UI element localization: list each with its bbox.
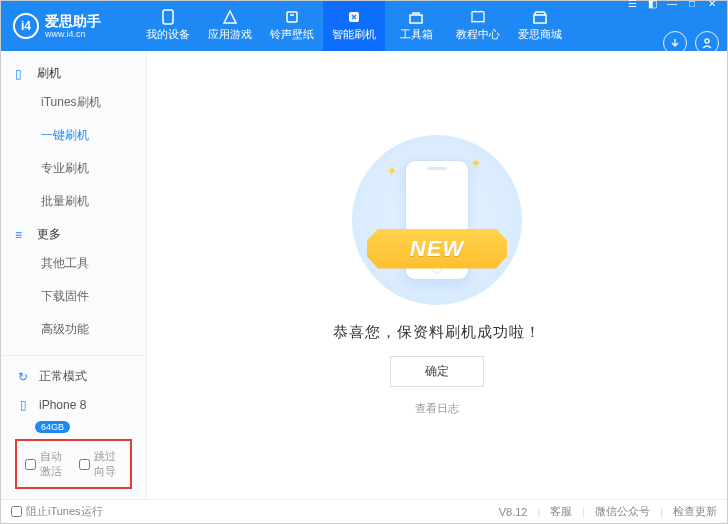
mode-label: 正常模式 <box>39 368 87 385</box>
main-content: ✦ ✦ ✦ ✦ NEW 恭喜您，保资料刷机成功啦！ 确定 查看日志 <box>147 51 727 499</box>
nav-label: 爱思商城 <box>518 27 562 42</box>
nav-toolbox[interactable]: 工具箱 <box>385 1 447 51</box>
device-icon: ▯ <box>15 67 29 81</box>
book-icon <box>469 10 487 24</box>
device-mode[interactable]: ↻ 正常模式 <box>11 362 136 391</box>
nav-label: 铃声壁纸 <box>270 27 314 42</box>
nav-store[interactable]: 爱思商城 <box>509 1 571 51</box>
brand-name: 爱思助手 <box>45 14 101 28</box>
svg-rect-0 <box>163 10 173 24</box>
group-title: 更多 <box>37 226 61 243</box>
sidebar-item-oneclick-flash[interactable]: 一键刷机 <box>1 119 146 152</box>
svg-point-5 <box>705 39 709 43</box>
logo-badge-icon: i4 <box>13 13 39 39</box>
nav-label: 应用游戏 <box>208 27 252 42</box>
sidebar: ▯ 刷机 iTunes刷机 一键刷机 专业刷机 批量刷机 ≡ 更多 其他工具 下… <box>1 51 147 499</box>
opt-label: 自动激活 <box>40 449 69 479</box>
status-bar: 阻止iTunes运行 V8.12 | 客服 | 微信公众号 | 检查更新 <box>1 499 727 523</box>
nav-ringtones[interactable]: 铃声壁纸 <box>261 1 323 51</box>
sidebar-item-pro-flash[interactable]: 专业刷机 <box>1 152 146 185</box>
separator: | <box>660 506 663 518</box>
nav-label: 教程中心 <box>456 27 500 42</box>
opt-skip-guide[interactable]: 跳过向导 <box>79 449 123 479</box>
opt-auto-activate[interactable]: 自动激活 <box>25 449 69 479</box>
auto-activate-checkbox[interactable] <box>25 459 36 470</box>
settings-icon[interactable]: ☰ <box>625 0 639 9</box>
sidebar-scroll: ▯ 刷机 iTunes刷机 一键刷机 专业刷机 批量刷机 ≡ 更多 其他工具 下… <box>1 51 146 355</box>
nav-smart-flash[interactable]: 智能刷机 <box>323 1 385 51</box>
block-itunes-option[interactable]: 阻止iTunes运行 <box>11 504 103 519</box>
body: ▯ 刷机 iTunes刷机 一键刷机 专业刷机 批量刷机 ≡ 更多 其他工具 下… <box>1 51 727 499</box>
svg-rect-4 <box>534 15 546 23</box>
header: i4 爱思助手 www.i4.cn 我的设备 应用游戏 铃声壁纸 智能刷机 <box>1 1 727 51</box>
svg-rect-3 <box>410 15 422 23</box>
options-highlight: 自动激活 跳过向导 <box>15 439 132 489</box>
apps-icon <box>221 10 239 24</box>
device-info[interactable]: ▯ iPhone 8 <box>11 391 136 419</box>
success-message: 恭喜您，保资料刷机成功啦！ <box>333 323 541 342</box>
window-controls: ☰ ◧ — □ ✕ <box>625 0 719 9</box>
opt-label: 跳过向导 <box>94 449 123 479</box>
ok-button[interactable]: 确定 <box>390 356 484 387</box>
device-icon <box>159 10 177 24</box>
logo-text: 爱思助手 www.i4.cn <box>45 14 101 39</box>
footer-link-support[interactable]: 客服 <box>550 504 572 519</box>
footer-link-wechat[interactable]: 微信公众号 <box>595 504 650 519</box>
footer-right: V8.12 | 客服 | 微信公众号 | 检查更新 <box>499 504 717 519</box>
skin-icon[interactable]: ◧ <box>645 0 659 9</box>
separator: | <box>582 506 585 518</box>
sidebar-bottom: ↻ 正常模式 ▯ iPhone 8 64GB 自动激活 跳过向导 <box>1 355 146 499</box>
toolbox-icon <box>407 10 425 24</box>
group-title: 刷机 <box>37 65 61 82</box>
sidebar-item-advanced[interactable]: 高级功能 <box>1 313 146 346</box>
phone-icon: ▯ <box>15 397 31 413</box>
success-illustration: ✦ ✦ ✦ ✦ NEW <box>352 135 522 305</box>
music-icon <box>283 10 301 24</box>
sidebar-item-itunes-flash[interactable]: iTunes刷机 <box>1 86 146 119</box>
storage-badge: 64GB <box>35 421 70 433</box>
sparkle-icon: ✦ <box>386 163 398 179</box>
top-nav: 我的设备 应用游戏 铃声壁纸 智能刷机 工具箱 教程中心 <box>137 1 625 51</box>
block-itunes-label: 阻止iTunes运行 <box>26 504 103 519</box>
nav-label: 我的设备 <box>146 27 190 42</box>
footer-link-update[interactable]: 检查更新 <box>673 504 717 519</box>
nav-label: 工具箱 <box>400 27 433 42</box>
close-icon[interactable]: ✕ <box>705 0 719 9</box>
flash-icon <box>345 10 363 24</box>
minimize-icon[interactable]: — <box>665 0 679 9</box>
app-logo: i4 爱思助手 www.i4.cn <box>13 13 137 39</box>
app-window: i4 爱思助手 www.i4.cn 我的设备 应用游戏 铃声壁纸 智能刷机 <box>0 0 728 524</box>
device-name: iPhone 8 <box>39 398 86 412</box>
separator: | <box>537 506 540 518</box>
sidebar-item-other-tools[interactable]: 其他工具 <box>1 247 146 280</box>
maximize-icon[interactable]: □ <box>685 0 699 9</box>
more-icon: ≡ <box>15 228 29 242</box>
sidebar-item-download-firmware[interactable]: 下载固件 <box>1 280 146 313</box>
skip-guide-checkbox[interactable] <box>79 459 90 470</box>
nav-apps[interactable]: 应用游戏 <box>199 1 261 51</box>
sidebar-item-batch-flash[interactable]: 批量刷机 <box>1 185 146 218</box>
nav-label: 智能刷机 <box>332 27 376 42</box>
nav-my-device[interactable]: 我的设备 <box>137 1 199 51</box>
header-right: ☰ ◧ — □ ✕ <box>625 0 719 55</box>
block-itunes-checkbox[interactable] <box>11 506 22 517</box>
new-ribbon: NEW <box>367 229 507 269</box>
sidebar-group-flash: ▯ 刷机 <box>1 57 146 86</box>
store-icon <box>531 10 549 24</box>
svg-rect-1 <box>287 12 297 22</box>
view-log-link[interactable]: 查看日志 <box>415 401 459 416</box>
sidebar-group-more: ≡ 更多 <box>1 218 146 247</box>
refresh-icon: ↻ <box>15 369 31 385</box>
version-label: V8.12 <box>499 506 528 518</box>
brand-url: www.i4.cn <box>45 30 101 39</box>
sparkle-icon: ✦ <box>470 155 482 171</box>
nav-tutorials[interactable]: 教程中心 <box>447 1 509 51</box>
